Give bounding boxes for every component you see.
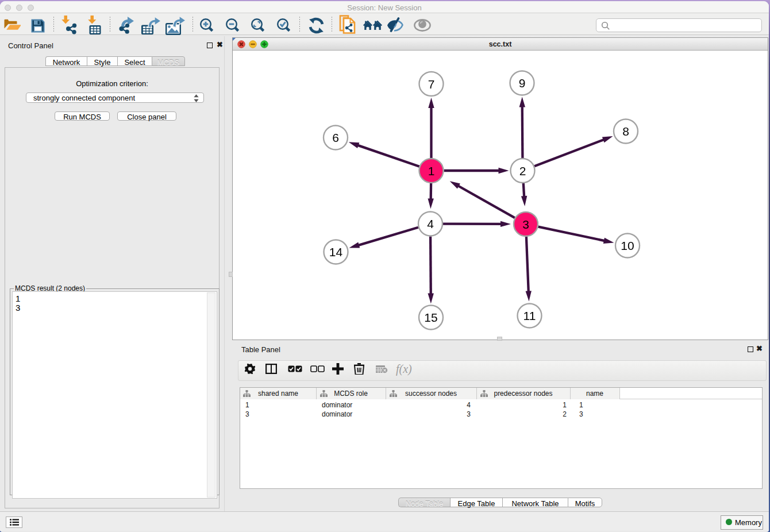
svg-text:10: 10 [621, 239, 634, 252]
svg-text:11: 11 [523, 309, 536, 322]
svg-text:7: 7 [428, 78, 435, 91]
svg-text:2: 2 [519, 164, 526, 178]
svg-text:14: 14 [329, 245, 343, 259]
svg-text:4: 4 [427, 217, 434, 230]
svg-text:8: 8 [622, 125, 629, 138]
svg-text:6: 6 [332, 131, 339, 144]
svg-text:9: 9 [519, 76, 526, 90]
svg-text:1: 1 [428, 164, 435, 178]
svg-text:15: 15 [424, 311, 437, 324]
svg-text:3: 3 [522, 218, 529, 231]
